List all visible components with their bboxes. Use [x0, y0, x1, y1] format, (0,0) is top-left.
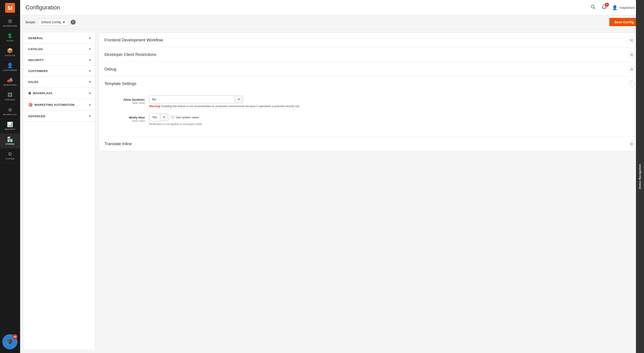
sidebar-item-mageplaza[interactable]: ⊛ MAGEPLAZA [0, 104, 20, 119]
allow-symlinks-sublabel: [store view] [104, 102, 145, 104]
minify-html-select-arrow[interactable]: ▼ [160, 113, 168, 121]
scope-bar: Scope: Default Config ▼ ? Save Config [20, 15, 644, 29]
chevron-down-icon: ▾ [89, 47, 91, 51]
nav-section-header-catalog[interactable]: CATALOG ▾ [24, 44, 95, 54]
demo-nav-panel[interactable]: Demo Navigation [636, 0, 644, 353]
config-section-title: Frontend Development Workflow [104, 38, 163, 43]
config-section-title: Template Settings [104, 81, 136, 86]
user-menu[interactable]: 👤 mageplaza ▼ [612, 5, 639, 10]
sidebar-item-label: MARKETING [4, 84, 17, 86]
template-settings-body: Allow Symlinks [store view] No Yes ▼ [99, 91, 640, 136]
scope-label: Scope: [26, 20, 36, 24]
nav-section-label: GENERAL [28, 37, 43, 40]
nav-section-label: SECURITY [28, 58, 44, 62]
sidebar-item-sales[interactable]: 💲 SALES [0, 31, 20, 45]
sidebar-item-label: SALES [6, 40, 14, 42]
chevron-down-icon: ▾ [89, 114, 91, 118]
nav-section-label: ADVANCED [28, 115, 46, 118]
magento-logo-icon: M [5, 3, 15, 13]
sidebar-item-content[interactable]: 🖼 CONTENT [0, 90, 20, 104]
search-button[interactable] [590, 4, 596, 12]
system-icon: ⚙ [8, 152, 12, 157]
nav-section-header-general[interactable]: GENERAL ▾ [24, 33, 95, 43]
allow-symlinks-select[interactable]: No Yes [149, 95, 234, 103]
nav-section-advanced: ADVANCED ▾ [24, 111, 95, 122]
config-section-developer-client-restrictions: Developer Client Restrictions ⨂ [99, 48, 640, 62]
sidebar-item-label: DASHBOARD [3, 25, 17, 27]
reports-icon: 📊 [7, 122, 13, 127]
nav-section-header-marketing-automation[interactable]: 🎯 MARKETING AUTOMATION ▾ [24, 99, 95, 111]
search-icon [590, 5, 596, 10]
demo-nav-label: Demo Navigation [638, 164, 642, 189]
sidebar-item-stores[interactable]: 🏪 STORES [0, 134, 20, 149]
scope-left: Scope: Default Config ▼ ? [26, 19, 76, 26]
minify-html-select[interactable]: Yes No [149, 113, 160, 121]
svg-text:M: M [8, 5, 12, 12]
sidebar-item-catalog[interactable]: 📦 CATALOG [0, 45, 20, 60]
support-badge-count: 60 [12, 334, 18, 339]
sidebar-item-dashboard[interactable]: ⊞ DASHBOARD [0, 16, 20, 31]
chevron-down-icon: ▾ [89, 69, 91, 73]
nav-section-header-advanced[interactable]: ADVANCED ▾ [24, 111, 95, 122]
warning-label: Warning! [149, 105, 161, 108]
config-panel: Frontend Development Workflow ⨂ Develope… [95, 29, 644, 353]
use-system-value-checkbox[interactable] [171, 116, 174, 119]
nav-section-catalog: CATALOG ▾ [24, 44, 95, 55]
config-section-template-settings: Template Settings ⌃ Allow Symlinks [stor… [99, 77, 640, 137]
marketing-automation-nav-icon: 🎯 [28, 103, 33, 107]
collapse-icon: ⌃ [628, 81, 635, 87]
sidebar-item-reports[interactable]: 📊 REPORTS [0, 119, 20, 134]
nav-section-header-sales[interactable]: SALES ▾ [24, 77, 95, 87]
support-badge[interactable]: 🎓 60 [2, 334, 18, 349]
nav-section-sales: SALES ▾ [24, 77, 95, 88]
sidebar-item-marketing[interactable]: 📣 MARKETING [0, 75, 20, 90]
use-system-value-text: Use system value [176, 116, 199, 119]
scope-dropdown-arrow: ▼ [62, 20, 66, 24]
page-title: Configuration [26, 4, 590, 11]
config-section-header-developer-client-restrictions[interactable]: Developer Client Restrictions ⨂ [99, 48, 640, 62]
config-section-title: Developer Client Restrictions [104, 52, 156, 57]
allow-symlinks-warning: Warning! Enabling this feature is not re… [149, 105, 635, 108]
nav-section-general: GENERAL ▾ [24, 33, 95, 44]
scope-dropdown[interactable]: Default Config [41, 20, 61, 24]
nav-section-header-customers[interactable]: CUSTOMERS ▾ [24, 66, 95, 76]
sidebar-item-system[interactable]: ⚙ SYSTEM [0, 149, 20, 163]
notification-badge: 9 [605, 3, 609, 7]
save-config-button[interactable]: Save Config [609, 18, 639, 26]
allow-symlinks-select-arrow[interactable]: ▼ [234, 96, 243, 103]
config-section-header-template-settings[interactable]: Template Settings ⌃ [99, 77, 640, 91]
config-section-translate-inline: Translate Inline ⨂ [99, 137, 640, 151]
minify-html-info: Minification is not applied in developer… [149, 123, 635, 126]
config-section-header-translate-inline[interactable]: Translate Inline ⨂ [99, 137, 640, 151]
sidebar-item-label: CATALOG [5, 54, 16, 57]
config-section-debug: Debug ⨂ [99, 62, 640, 77]
scope-select[interactable]: Default Config ▼ [39, 19, 68, 26]
nav-section-header-security[interactable]: SECURITY ▾ [24, 55, 95, 65]
chevron-down-icon: ▾ [89, 80, 91, 84]
nav-section-header-mageplaza[interactable]: ⊛ MAGEPLAZA ▾ [24, 88, 95, 99]
main-wrapper: Configuration 9 👤 mageplaza ▼ [20, 0, 644, 353]
notification-button[interactable]: 9 [601, 4, 608, 12]
config-inner: Frontend Development Workflow ⨂ Develope… [99, 33, 640, 151]
minify-html-row: Minify Html [store view] Yes No [104, 113, 635, 126]
mageplaza-icon: ⊛ [8, 107, 12, 112]
sidebar-item-customers[interactable]: 👤 CUSTOMERS [0, 60, 20, 75]
config-section-header-debug[interactable]: Debug ⨂ [99, 62, 640, 76]
minify-html-label: Minify Html [129, 116, 145, 119]
sidebar-logo: M [0, 0, 20, 16]
svg-line-3 [594, 8, 595, 9]
nav-section-customers: CUSTOMERS ▾ [24, 66, 95, 77]
nav-section-label: MAGEPLAZA [33, 92, 52, 95]
config-section-header-frontend-workflow[interactable]: Frontend Development Workflow ⨂ [99, 33, 640, 47]
chevron-down-icon: ▾ [89, 36, 91, 40]
nav-section-label: MARKETING AUTOMATION [35, 103, 75, 107]
nav-section-marketing-automation: 🎯 MARKETING AUTOMATION ▾ [24, 99, 95, 111]
collapse-icon: ⨂ [628, 52, 635, 58]
config-section-frontend-workflow: Frontend Development Workflow ⨂ [99, 33, 640, 48]
config-section-title: Translate Inline [104, 142, 132, 146]
use-system-value-label[interactable]: Use system value [171, 116, 199, 119]
allow-symlinks-label: Allow Symlinks [124, 98, 145, 101]
support-icon: 🎓 [6, 339, 13, 345]
collapse-icon: ⨂ [628, 66, 635, 72]
help-icon[interactable]: ? [71, 20, 76, 25]
